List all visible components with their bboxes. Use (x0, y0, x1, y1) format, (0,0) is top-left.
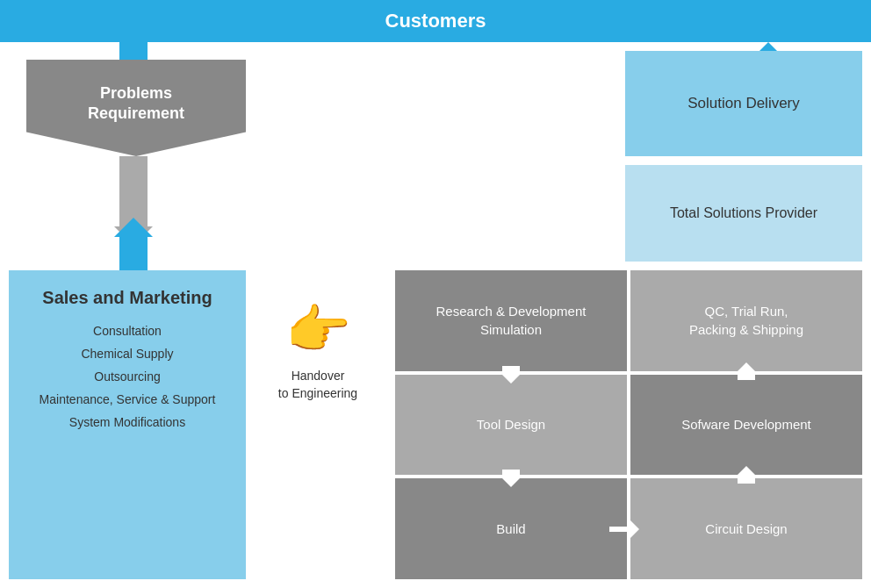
hand-icon: 👉 (285, 298, 351, 361)
software-label: Sofware Development (681, 415, 811, 434)
total-solutions-box: Total Solutions Provider (625, 165, 862, 262)
customers-title: Customers (385, 10, 486, 32)
handover-section: 👉 Handoverto Engineering (248, 298, 388, 402)
rd-cell: Research & DevelopmentSimulation (395, 270, 627, 371)
sales-item-maintenance: Maintenance, Service & Support (40, 392, 216, 406)
software-arrow-up (734, 362, 759, 380)
problems-box: ProblemsRequirement (26, 60, 246, 156)
rd-arrow-down (499, 366, 523, 384)
problems-label: ProblemsRequirement (88, 83, 184, 125)
tool-label: Tool Design (477, 415, 545, 434)
circuit-label: Circuit Design (705, 520, 787, 538)
engineering-grid: Research & DevelopmentSimulation QC, Tri… (395, 270, 862, 579)
sales-item-chemical: Chemical Supply (81, 347, 173, 361)
qc-cell: QC, Trial Run,Packing & Shipping (630, 270, 862, 371)
sales-title: Sales and Marketing (42, 288, 212, 308)
tool-arrow-down (499, 470, 523, 487)
handover-label: Handoverto Engineering (278, 368, 357, 402)
sales-item-outsourcing: Outsourcing (94, 369, 160, 384)
solution-delivery-box: Solution Delivery (625, 51, 862, 156)
sales-item-system: System Modifications (69, 415, 185, 429)
qc-label: QC, Trial Run,Packing & Shipping (689, 302, 803, 339)
customers-banner: Customers (0, 0, 871, 42)
solution-delivery-label: Solution Delivery (687, 95, 800, 112)
tool-cell: Tool Design (395, 375, 627, 476)
total-solutions-label: Total Solutions Provider (670, 205, 817, 221)
sales-item-consultation: Consultation (93, 324, 162, 338)
circuit-cell: Circuit Design (630, 478, 862, 579)
rd-label: Research & DevelopmentSimulation (436, 302, 587, 339)
build-arrow-right (609, 517, 639, 541)
sales-box: Sales and Marketing Consultation Chemica… (9, 270, 246, 579)
build-cell: Build (395, 478, 627, 579)
build-label: Build (496, 520, 525, 538)
circuit-arrow-up (734, 466, 759, 484)
software-cell: Sofware Development (630, 375, 862, 476)
